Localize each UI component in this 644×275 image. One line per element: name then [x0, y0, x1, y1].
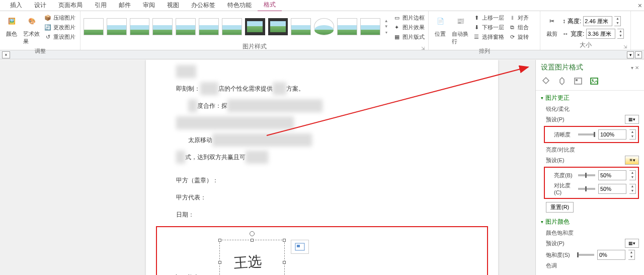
panel-title: 设置图片格式 — [541, 63, 583, 72]
style-thumb[interactable] — [360, 18, 380, 35]
document-page: ▇▇▇ 即刻制：▇▇▇▇店的个性化需求提供▇▇▇方案。 ▇▇度合作：探▇▇▇▇▇… — [146, 60, 498, 275]
width-label: 宽度: — [571, 30, 584, 38]
preset-e-button[interactable]: ☀▾ — [625, 156, 639, 165]
effects-button[interactable]: 🎨艺术效果 — [22, 12, 41, 46]
contrast-label: 对比度(C) — [554, 182, 575, 195]
height-label: 高度: — [568, 17, 581, 26]
change-button[interactable]: 🔄更改图片 — [42, 23, 77, 32]
pic-effects-button[interactable]: ✦图片效果 — [391, 23, 426, 32]
width-input[interactable] — [586, 29, 615, 39]
tab-design[interactable]: 设计 — [28, 0, 52, 11]
color-button[interactable]: 🖼️颜色 — [2, 12, 21, 39]
svg-point-6 — [592, 80, 594, 81]
pic-border-button[interactable]: ▭图片边框 — [391, 13, 426, 22]
clarity-slider[interactable] — [578, 133, 595, 135]
style-thumb[interactable] — [130, 18, 150, 35]
style-thumb[interactable] — [268, 18, 288, 35]
signature-object[interactable]: 王选 — [219, 240, 285, 275]
forward-button[interactable]: ⬆上移一层 — [471, 13, 506, 22]
tab-reference[interactable]: 引用 — [89, 0, 113, 11]
tab-review[interactable]: 审阅 — [137, 0, 161, 11]
style-thumb[interactable] — [199, 18, 219, 35]
preset-p-label: 预设(P) — [546, 116, 565, 123]
contrast-input[interactable] — [598, 184, 626, 194]
section-title[interactable]: 图片颜色 — [541, 218, 639, 226]
tab-special[interactable]: 特色功能 — [221, 0, 258, 11]
tab-office[interactable]: 办公标签 — [185, 0, 221, 11]
crop-button[interactable]: ✂裁剪 — [542, 12, 561, 39]
window-close-icon[interactable]: × — [638, 2, 642, 10]
date: 日期： — [176, 208, 468, 221]
style-thumb[interactable] — [107, 18, 127, 35]
view-close[interactable]: × — [635, 51, 642, 58]
reset-button[interactable]: ↺重设图片 — [42, 32, 77, 41]
selpane-button[interactable]: ☰选择窗格 — [471, 32, 506, 41]
pic-layout-button[interactable]: ▦图片版式 — [391, 32, 426, 41]
styles-dialog-launcher[interactable]: ⇲ — [421, 46, 425, 51]
spin-down[interactable]: ▼ — [629, 134, 635, 139]
position-button[interactable]: 📄位置 — [431, 12, 450, 39]
sat-input[interactable] — [597, 250, 625, 260]
style-thumb[interactable] — [245, 18, 265, 35]
tab-insert[interactable]: 插入 — [4, 0, 28, 11]
style-thumb[interactable] — [337, 18, 357, 35]
section-corrections: 图片更正 锐化/柔化 预设(P)▦▾ 清晰度▲▼ 亮度/对比度 预设(E)☀▾ … — [536, 91, 644, 215]
style-thumb[interactable] — [314, 18, 334, 35]
wrap-button[interactable]: 📰自动换行 — [451, 12, 470, 46]
svg-rect-4 — [576, 79, 578, 81]
group-button[interactable]: ⧉组合 — [507, 23, 530, 32]
sat-slider[interactable] — [577, 254, 594, 256]
doc-tab-close[interactable]: × — [2, 51, 10, 58]
group-size: ✂裁剪 ↕高度:▲▼ ↔宽度:▲▼ 大小⇲ — [540, 11, 631, 50]
workspace: ▇▇▇ 即刻制：▇▇▇▇店的个性化需求提供▇▇▇方案。 ▇▇度合作：探▇▇▇▇▇… — [0, 60, 644, 275]
style-thumb[interactable] — [176, 18, 196, 35]
spin-up[interactable]: ▲ — [614, 17, 620, 21]
backward-button[interactable]: ⬇下移一层 — [471, 23, 506, 32]
style-thumb[interactable] — [152, 18, 173, 35]
svg-rect-1 — [297, 245, 300, 247]
reset-button[interactable]: 重置(R) — [546, 202, 574, 213]
preset-p-button[interactable]: ▦▾ — [625, 115, 639, 124]
compress-button[interactable]: 📦压缩图片 — [42, 13, 77, 22]
spin-up[interactable]: ▲ — [617, 29, 623, 34]
spin-up[interactable]: ▲ — [629, 130, 635, 134]
highlight-clarity: 清晰度▲▼ — [544, 126, 639, 143]
section-title[interactable]: 图片更正 — [541, 94, 639, 102]
spin-down[interactable]: ▼ — [617, 34, 623, 38]
preset-p2-button[interactable]: ▦▾ — [625, 239, 639, 248]
tab-layout[interactable]: 页面布局 — [52, 0, 89, 11]
group-label-styles: 图片样式⇲ — [83, 41, 426, 52]
size-dialog-launcher[interactable]: ⇲ — [623, 44, 627, 49]
panel-tab-effects-icon[interactable] — [557, 76, 567, 86]
contrast-slider[interactable] — [578, 188, 595, 190]
spin-down[interactable]: ▼ — [614, 21, 620, 26]
ribbon-tabs: 插入 设计 页面布局 引用 邮件 审阅 视图 办公标签 特色功能 格式 — [0, 0, 644, 11]
tab-mail[interactable]: 邮件 — [113, 0, 137, 11]
height-input[interactable] — [583, 16, 612, 26]
group-label-arrange: 排列 — [431, 46, 538, 56]
style-gallery-more[interactable]: ▲▼▾ — [383, 18, 390, 35]
tab-view[interactable]: 视图 — [161, 0, 185, 11]
style-thumb[interactable] — [84, 18, 104, 35]
panel-menu-icon[interactable]: ▾ ✕ — [631, 65, 639, 71]
style-thumb[interactable] — [291, 18, 311, 35]
group-label-size: 大小⇲ — [542, 40, 628, 50]
clarity-input[interactable] — [598, 129, 626, 140]
panel-tab-layout-icon[interactable] — [573, 76, 583, 86]
view-toggle[interactable]: ▾ — [627, 51, 634, 58]
sub-bc: 亮度/对比度 — [546, 146, 639, 154]
sat-label: 饱和度(S) — [546, 251, 574, 259]
layout-options-icon[interactable] — [291, 240, 309, 254]
brightness-slider[interactable] — [578, 174, 595, 176]
panel-tab-picture-icon[interactable] — [589, 76, 599, 86]
brightness-input[interactable] — [598, 170, 626, 180]
style-thumb[interactable] — [222, 18, 242, 35]
group-label-adjust: 调整 — [2, 46, 78, 56]
group-styles: ▲▼▾ ▭图片边框 ✦图片效果 ▦图片版式 图片样式⇲ — [80, 11, 429, 50]
rotate-button[interactable]: ⟳旋转 — [507, 32, 530, 41]
width-icon: ↔ — [562, 30, 569, 37]
panel-tab-fill-icon[interactable] — [541, 76, 551, 86]
party-a: 甲方（盖章）： — [176, 174, 468, 187]
align-button[interactable]: ⫴对齐 — [507, 13, 530, 22]
tab-format[interactable]: 格式 — [258, 0, 282, 12]
